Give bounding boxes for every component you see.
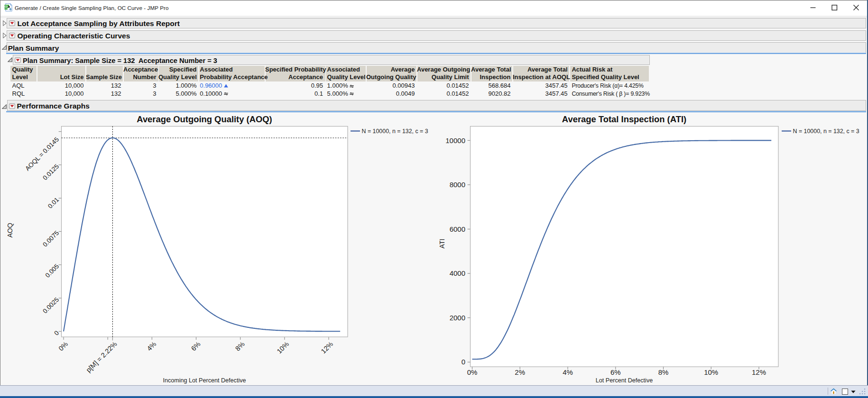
svg-text:p[M] = 2.22%: p[M] = 2.22% xyxy=(84,340,118,374)
svg-text:6%: 6% xyxy=(610,368,621,376)
svg-text:12%: 12% xyxy=(320,340,335,355)
svg-text:Lot Percent Defective: Lot Percent Defective xyxy=(596,377,653,384)
svg-text:10000: 10000 xyxy=(445,136,465,145)
svg-text:0.0025: 0.0025 xyxy=(41,296,60,315)
svg-text:0.0075: 0.0075 xyxy=(41,229,60,248)
svg-text:N = 10000, n = 132, c = 3: N = 10000, n = 132, c = 3 xyxy=(793,128,859,135)
svg-text:0.0125: 0.0125 xyxy=(41,163,60,181)
svg-text:0: 0 xyxy=(462,358,465,366)
svg-text:10%: 10% xyxy=(704,368,718,376)
svg-text:2%: 2% xyxy=(515,368,525,376)
svg-text:ATI: ATI xyxy=(438,239,446,249)
svg-text:0.01: 0.01 xyxy=(46,196,60,210)
svg-text:Average Outgoing Quality (AOQ): Average Outgoing Quality (AOQ) xyxy=(137,114,272,124)
svg-text:8%: 8% xyxy=(658,368,669,376)
svg-text:0.005: 0.005 xyxy=(44,262,61,279)
svg-text:N = 10000, n = 132, c = 3: N = 10000, n = 132, c = 3 xyxy=(362,128,428,135)
svg-text:4%: 4% xyxy=(145,340,157,353)
svg-text:4%: 4% xyxy=(563,368,573,376)
svg-text:12%: 12% xyxy=(752,368,766,376)
svg-text:0%: 0% xyxy=(467,368,478,376)
svg-text:Average Total Inspection (ATI): Average Total Inspection (ATI) xyxy=(562,114,686,124)
svg-text:8%: 8% xyxy=(234,340,246,353)
svg-text:4000: 4000 xyxy=(450,269,465,277)
svg-text:Incoming Lot Percent Defective: Incoming Lot Percent Defective xyxy=(163,377,246,384)
svg-text:6%: 6% xyxy=(190,340,202,353)
svg-text:0: 0 xyxy=(53,329,60,337)
svg-text:6000: 6000 xyxy=(450,225,465,233)
svg-text:10%: 10% xyxy=(275,340,290,355)
svg-text:0%: 0% xyxy=(57,340,69,353)
svg-text:8000: 8000 xyxy=(450,181,465,189)
svg-text:AOQ: AOQ xyxy=(6,223,14,237)
svg-text:2000: 2000 xyxy=(450,314,465,322)
